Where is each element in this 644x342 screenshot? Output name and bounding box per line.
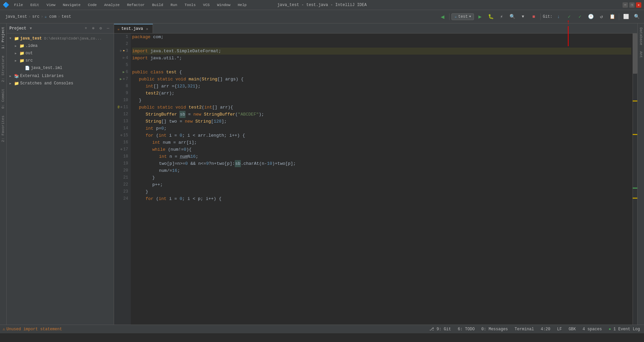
bookmark-icon-17: ◇ [120,146,122,153]
run-button[interactable]: ▶ [475,12,485,21]
folder-icon-out: 📁 [19,51,24,56]
title-bar-menu-vcs[interactable]: VCS [200,2,212,8]
tree-item-java-test[interactable]: ▼ 📁 java_test D:\desktop\Code\java_co... [7,35,114,42]
cursor-position[interactable]: 4:20 [539,327,552,332]
git-update-button[interactable]: ↓ [554,12,563,21]
tree-item-scratches[interactable]: ▶ 📁 Scratches and Consoles [7,80,114,87]
title-bar-menu-window[interactable]: Window [214,2,233,8]
tree-arrow-out: ▶ [13,51,18,56]
title-bar-menu-view[interactable]: View [44,2,58,8]
line-separator[interactable]: LF [556,327,563,332]
line-num-3: ▷ ● 3 [114,48,131,55]
tab-database[interactable]: Database [638,25,644,48]
code-line-15: for (int i = 0; i < arr.length; i++) { [132,132,631,139]
title-bar-menu-file[interactable]: File [11,2,25,8]
line-num-11: @ ◇ 11 [114,104,131,111]
title-bar-menu-help[interactable]: Help [235,2,249,8]
run-config-selector[interactable]: ☕ test ▼ [451,13,474,20]
bookmark-icon-7: ◇ [123,76,124,83]
maximize-button[interactable]: ❐ [629,2,635,8]
minimize-button[interactable]: — [623,2,628,8]
tab-favorites[interactable]: 2: Favorites [0,112,6,145]
terminal-status[interactable]: Terminal [513,327,535,332]
line-num-1: 1 [114,33,131,41]
tree-item-ext-libs[interactable]: ▶ 📚 External Libraries [7,72,114,80]
tree-label-idea: .idea [25,44,38,48]
stop-button[interactable]: ■ [529,12,538,21]
tab-ant[interactable]: Ant [638,49,644,61]
encoding[interactable]: GBK [567,327,577,332]
code-line-3: import java.text.SimpleDateFormat; [132,48,631,55]
editor-scrollbar[interactable] [633,33,637,325]
line-num-7: ▶ ◇ 7 [114,76,131,83]
tab-test-java[interactable]: ☕ test.java ✕ [114,24,153,33]
scrollbar-thumb[interactable] [633,33,637,74]
git-history-button[interactable]: 🕐 [586,12,595,21]
title-bar-menu-code[interactable]: Code [85,2,99,8]
project-scroll-button[interactable]: ⊕ [90,25,96,31]
breadcrumb-test[interactable]: test [61,14,71,19]
vcs-shelf-button[interactable]: 📋 [607,12,617,21]
toolbar: java_test › src › ☕ com › test ◀ ☕ test … [0,10,644,23]
tab-project[interactable]: 1: Project [0,23,6,52]
git-status[interactable]: ⎇ 9: Git [428,327,452,332]
breadcrumb-sep-2: › [41,14,43,19]
tab-commit[interactable]: 0: Commit [0,85,6,112]
code-line-13: String[] two = new String[128]; [132,118,631,125]
find-button[interactable]: 🔍 [632,12,641,21]
git-push-button[interactable]: ✓ [575,12,585,21]
run-with-coverage-button[interactable]: ⚡ [497,12,506,21]
tree-path-java-test: D:\desktop\Code\java_co... [44,37,102,41]
profile-button[interactable]: 🔍 [507,12,517,21]
title-bar-menu-run[interactable]: Run [168,2,180,8]
line-num-5: 5 [114,62,131,69]
breadcrumb-src[interactable]: src [32,14,40,19]
git-revert-button[interactable]: ↺ [597,12,606,21]
tree-item-src[interactable]: ▶ 📁 src [7,57,114,64]
line-num-24: 24 [114,195,131,202]
title-bar-menu-refactor[interactable]: Refactor [124,2,148,8]
back-button[interactable]: ◀ [438,12,447,21]
status-bar-left: ⚠ Unused import statement [3,327,62,332]
todo-status[interactable]: 6: TODO [457,327,476,332]
fold-icon-3: ▷ [120,48,122,55]
tab-label-test-java: test.java [121,26,143,31]
title-bar-controls: — ❐ ✕ [623,2,641,8]
folder-icon-src: 📁 [19,58,24,63]
messages-status[interactable]: 0: Messages [480,327,509,332]
tree-item-idea[interactable]: ▶ 📁 .idea [7,42,114,50]
git-commit-button[interactable]: ✓ [565,12,574,21]
indent-settings[interactable]: 4 spaces [581,327,603,332]
breadcrumb-java-test[interactable]: java_test [5,14,27,19]
code-line-11: public static void test2(int[] arr){ [132,104,631,111]
breadcrumb-com[interactable]: ☕ com [45,14,56,19]
tab-structure[interactable]: 2: Structure [0,52,6,85]
project-add-button[interactable]: + [83,25,89,31]
tree-label-java-test: java_test [20,36,42,41]
right-panel-tabs: Database Ant [637,23,644,325]
title-bar-menu-tools[interactable]: Tools [182,2,198,8]
toolbar-sep-2 [540,13,541,20]
tree-item-iml[interactable]: 📄 java_test.iml [7,64,114,72]
toolbar-sep-1 [449,13,449,20]
title-bar-menu-analyze[interactable]: Analyze [101,2,122,8]
split-button[interactable]: ⬜ [621,12,631,21]
title-bar-menu-build[interactable]: Build [149,2,166,8]
project-settings-button[interactable]: ⚙ [98,25,104,31]
tree-item-out[interactable]: ▶ 📁 out [7,50,114,57]
title-bar-menu-navigate[interactable]: Navigate [60,2,83,8]
more-run-button[interactable]: ▼ [518,12,528,21]
bookmark-icon-3: ● [123,48,124,55]
git-icon: ⎇ [429,327,434,332]
title-bar-menu-edit[interactable]: Edit [28,2,42,8]
project-collapse-button[interactable]: — [105,25,111,31]
code-line-10: } [132,97,631,104]
code-line-17: while (num!=0){ [132,146,631,153]
event-log[interactable]: ● 1 Event Log [607,327,641,332]
code-editor[interactable]: 1 2 ▷ ● 3 ▷ 4 5 ▶ 6 ▶ ◇ [114,33,637,325]
close-button[interactable]: ✕ [636,2,641,8]
debug-button[interactable]: 🐛 [486,12,495,21]
tab-close-test-java[interactable]: ✕ [145,26,149,31]
code-content[interactable]: package com; import java.text.SimpleDate… [131,33,633,325]
app-logo: 🔷 [3,2,9,8]
